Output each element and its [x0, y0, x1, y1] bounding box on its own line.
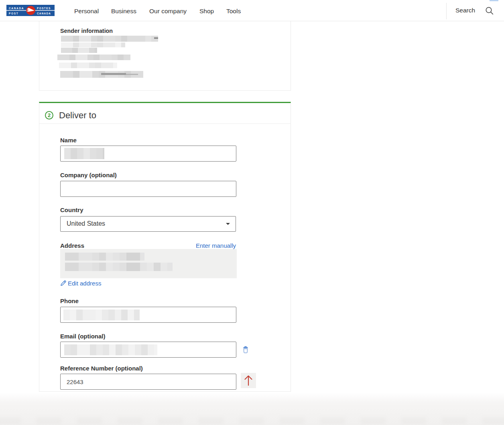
svg-text:CANADA: CANADA: [9, 7, 24, 10]
svg-text:POST: POST: [9, 12, 18, 15]
svg-text:POSTES: POSTES: [37, 7, 51, 10]
svg-text:CANADA: CANADA: [37, 12, 51, 15]
